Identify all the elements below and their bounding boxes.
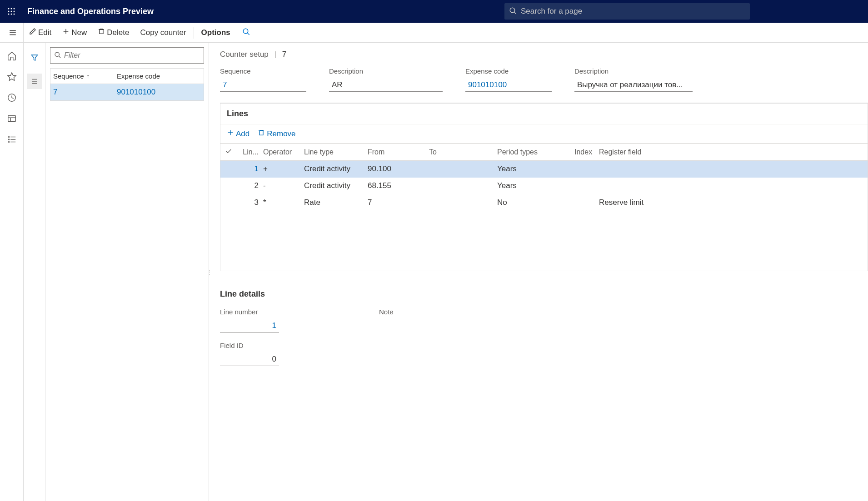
- column-to[interactable]: To: [429, 148, 497, 156]
- workspace-icon[interactable]: [7, 114, 17, 124]
- left-nav-rail: [0, 43, 24, 501]
- column-sequence[interactable]: Sequence ↑: [53, 72, 117, 80]
- detail-pane: Counter setup | 7 Sequence Description E…: [211, 43, 868, 501]
- delete-button[interactable]: Delete: [92, 23, 135, 43]
- field-expense-code-label: Expense code: [465, 67, 552, 75]
- copy-counter-label: Copy counter: [140, 28, 186, 37]
- field-field-id: Field ID: [220, 342, 279, 366]
- column-expense-code[interactable]: Expense code: [117, 72, 201, 80]
- field-expense-desc-label: Description: [574, 67, 693, 75]
- column-from[interactable]: From: [368, 148, 429, 156]
- list-row[interactable]: 7 901010100: [50, 84, 204, 100]
- plus-icon: [62, 28, 71, 37]
- field-expense-description: Description: [574, 67, 693, 92]
- line-number-label: Line number: [220, 308, 279, 316]
- cell-period: No: [497, 198, 574, 207]
- top-header: Finance and Operations Preview: [0, 0, 868, 23]
- column-index[interactable]: Index: [574, 148, 599, 156]
- cell-line-type: Credit activity: [304, 164, 368, 174]
- cell-sequence: 7: [53, 88, 117, 97]
- sequence-input[interactable]: [220, 79, 306, 92]
- field-line-number: Line number: [220, 308, 279, 332]
- svg-point-28: [8, 142, 9, 143]
- breadcrumb-separator: |: [274, 50, 276, 59]
- line-details-title: Line details: [220, 289, 862, 299]
- copy-counter-button[interactable]: Copy counter: [135, 23, 191, 43]
- breadcrumb-value: 7: [282, 50, 286, 59]
- column-line[interactable]: Lin...: [241, 148, 263, 156]
- filter-icon[interactable]: [27, 50, 42, 65]
- svg-point-34: [55, 52, 59, 56]
- nav-toggle-icon[interactable]: [2, 23, 24, 43]
- search-icon: [509, 7, 517, 16]
- svg-point-4: [11, 11, 12, 12]
- svg-point-0: [8, 8, 10, 10]
- options-button[interactable]: Options: [196, 23, 236, 43]
- svg-point-6: [8, 14, 10, 15]
- field-note: Note: [379, 308, 394, 319]
- list-table: Sequence ↑ Expense code 7 901010100: [50, 68, 204, 101]
- list-icon[interactable]: [27, 74, 42, 89]
- home-icon[interactable]: [7, 51, 17, 61]
- field-sequence: Sequence: [220, 67, 306, 92]
- svg-point-2: [14, 8, 15, 10]
- expense-code-input[interactable]: [465, 79, 552, 92]
- page-search-button[interactable]: [236, 28, 257, 37]
- global-search[interactable]: [504, 3, 750, 20]
- list-filter[interactable]: [50, 47, 204, 64]
- grid-row[interactable]: 2 - Credit activity 68.155 Years: [220, 178, 868, 194]
- modules-icon[interactable]: [7, 134, 17, 144]
- description-input[interactable]: [329, 79, 443, 92]
- cell-line-type: Rate: [304, 198, 368, 207]
- search-icon: [54, 51, 61, 60]
- new-button[interactable]: New: [57, 23, 92, 43]
- cell-period: Years: [497, 164, 574, 174]
- cell-line: 1: [241, 164, 263, 174]
- line-number-input[interactable]: [220, 319, 279, 332]
- recent-icon[interactable]: [7, 93, 17, 103]
- breadcrumb-title: Counter setup: [220, 50, 269, 59]
- svg-point-1: [11, 8, 12, 10]
- list-header: Sequence ↑ Expense code: [50, 69, 204, 84]
- field-expense-code: Expense code: [465, 67, 552, 92]
- cell-register: Reserve limit: [599, 198, 863, 207]
- new-label: New: [71, 28, 87, 37]
- note-label: Note: [379, 308, 394, 316]
- column-operator[interactable]: Operator: [263, 148, 304, 156]
- svg-point-24: [8, 137, 9, 138]
- plus-icon: [227, 129, 234, 139]
- field-description: Description: [329, 67, 443, 92]
- column-period-types[interactable]: Period types: [497, 148, 574, 156]
- app-launcher-icon[interactable]: [0, 0, 23, 23]
- column-select[interactable]: [225, 148, 241, 157]
- svg-point-8: [14, 14, 15, 15]
- list-filter-input[interactable]: [64, 51, 200, 60]
- edit-button[interactable]: Edit: [24, 23, 57, 43]
- cell-expense-code: 901010100: [117, 88, 201, 97]
- list-pane: Sequence ↑ Expense code 7 901010100: [45, 43, 209, 501]
- column-register-field[interactable]: Register field: [599, 148, 863, 156]
- delete-label: Delete: [107, 28, 129, 37]
- cell-from: 7: [368, 198, 429, 207]
- sort-asc-icon: ↑: [87, 73, 90, 79]
- svg-marker-19: [7, 73, 15, 80]
- svg-rect-21: [8, 116, 15, 122]
- svg-point-3: [8, 11, 10, 12]
- global-search-input[interactable]: [521, 7, 745, 16]
- svg-line-35: [59, 56, 60, 58]
- cell-operator: -: [263, 181, 304, 190]
- remove-line-button[interactable]: Remove: [258, 129, 295, 139]
- grid-row[interactable]: 1 + Credit activity 90.100 Years: [220, 161, 868, 178]
- options-label: Options: [201, 28, 230, 37]
- grid-row[interactable]: 3 * Rate 7 No Reserve limit: [220, 194, 868, 211]
- line-details-section: Line details Line number Field ID Note: [220, 289, 868, 375]
- add-line-button[interactable]: Add: [227, 129, 249, 139]
- cell-line: 3: [241, 198, 263, 207]
- cell-from: 68.155: [368, 181, 429, 190]
- column-line-type[interactable]: Line type: [304, 148, 368, 156]
- remove-line-label: Remove: [267, 129, 295, 139]
- star-icon[interactable]: [7, 72, 17, 82]
- field-id-input[interactable]: [220, 353, 279, 366]
- svg-line-10: [514, 12, 516, 14]
- grid-header: Lin... Operator Line type From To Period…: [220, 144, 868, 161]
